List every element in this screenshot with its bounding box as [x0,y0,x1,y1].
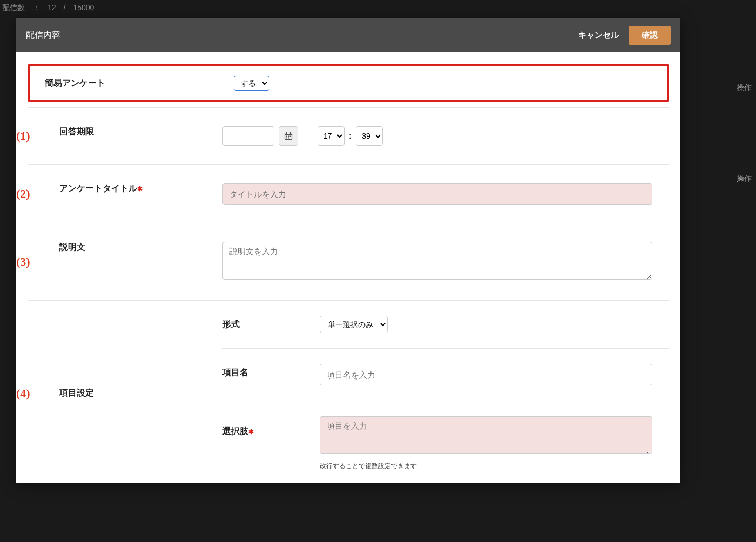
survey-title-input[interactable] [222,183,652,205]
marker-3: (3) [16,255,30,269]
survey-title-section: (2) アンケートタイトル✱ [28,164,669,223]
format-subsection: 形式 単一選択のみ [222,301,669,348]
cancel-button[interactable]: キャンセル [578,30,619,40]
calendar-icon[interactable] [279,126,298,146]
modal-header: 配信内容 キャンセル 確認 [16,18,680,52]
choices-textarea[interactable] [320,416,652,454]
deadline-controls: 17 : 39 [222,126,652,146]
delivery-content-modal: 配信内容 キャンセル 確認 簡易アンケート する (1) 回答期限 [16,18,680,483]
marker-2: (2) [16,187,30,201]
simple-survey-row: 簡易アンケート する [28,64,669,102]
item-name-input[interactable] [320,364,652,385]
deadline-section: (1) 回答期限 17 : 39 [28,107,669,164]
item-settings-label: 項目設定 [28,388,222,399]
choices-label: 選択肢✱ [222,416,320,437]
time-colon: : [349,131,352,141]
choices-help-text: 改行することで複数設定できます [320,462,652,471]
deadline-label: 回答期限 [28,126,222,138]
bg-col-action-2: 操作 [737,174,752,184]
simple-survey-select[interactable]: する [234,76,269,91]
choices-subsection: 選択肢✱ 改行することで複数設定できます [222,401,669,483]
item-settings-section: (4) 項目設定 形式 単一選択のみ 項目名 [28,300,669,483]
modal-title: 配信内容 [26,30,60,41]
bg-delivery-count: 配信数 ： 12 / 15000 [2,3,94,13]
deadline-date-input[interactable] [222,126,274,146]
required-icon: ✱ [248,428,254,436]
svg-rect-1 [286,136,287,137]
svg-rect-3 [290,136,291,137]
bg-col-action-1: 操作 [737,83,752,93]
description-section: (3) 説明文 [28,223,669,300]
modal-body: 簡易アンケート する (1) 回答期限 17 : [16,52,680,483]
item-name-label: 項目名 [222,364,320,378]
deadline-hour-select[interactable]: 17 [318,126,345,146]
svg-rect-2 [288,136,289,137]
confirm-button[interactable]: 確認 [629,26,671,45]
marker-1: (1) [16,129,30,143]
svg-rect-4 [286,138,287,139]
required-icon: ✱ [137,185,143,193]
item-name-subsection: 項目名 [222,348,669,401]
format-label: 形式 [222,316,320,330]
svg-rect-5 [288,138,289,139]
simple-survey-label: 簡易アンケート [45,78,234,89]
format-select[interactable]: 単一選択のみ [320,316,388,333]
marker-4: (4) [16,387,30,401]
description-textarea[interactable] [222,242,652,280]
modal-actions: キャンセル 確認 [578,26,671,45]
survey-title-label: アンケートタイトル✱ [28,183,222,194]
description-label: 説明文 [28,242,222,253]
deadline-minute-select[interactable]: 39 [356,126,383,146]
